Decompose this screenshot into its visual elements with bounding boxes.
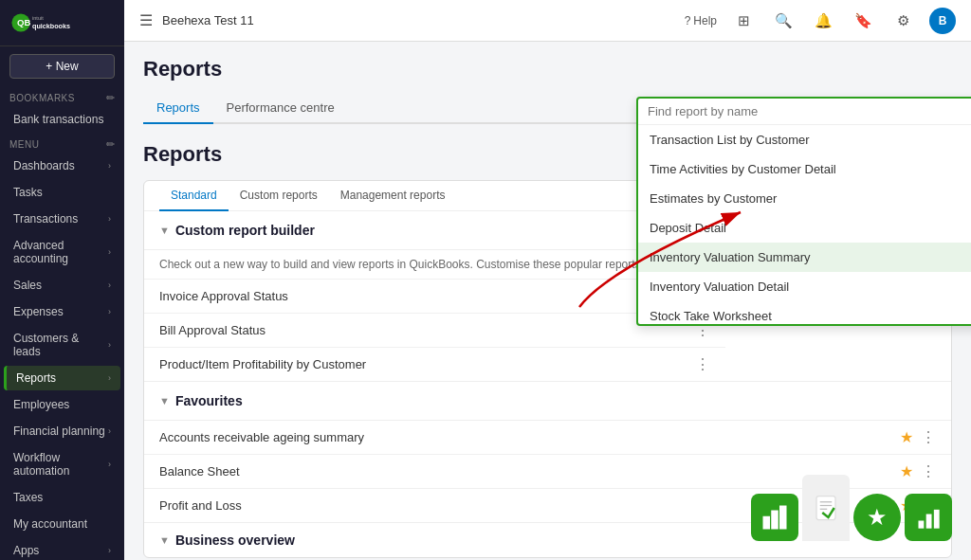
svg-text:QB: QB (17, 17, 30, 27)
notifications-icon[interactable]: 🔔 (810, 8, 836, 34)
favourites-section: ▼ Favourites Accounts receivable ageing … (144, 381, 951, 522)
favourites-header: ▼ Favourites (144, 382, 951, 421)
star-icon[interactable]: ★ (900, 462, 913, 480)
more-options-icon[interactable]: ⋮ (921, 462, 936, 480)
dropdown-list: Transaction List by Customer Time Activi… (638, 125, 971, 324)
report-row-profitability: Product/Item Profitability by Customer ⋮ (144, 348, 725, 381)
quickbooks-logo-icon: QB intuit quickbooks (9, 11, 85, 34)
bookmarks-icon[interactable]: 🔖 (850, 8, 876, 34)
sidebar-item-customers-leads[interactable]: Customers & leads› (4, 326, 120, 364)
more-options-icon[interactable]: ⋮ (921, 428, 936, 446)
content-area: Reports Reports Performance centre Repor… (124, 42, 971, 560)
search-input[interactable] (648, 104, 971, 118)
sidebar-item-transactions[interactable]: Transactions› (4, 207, 120, 231)
help-button[interactable]: ? Help (685, 14, 717, 27)
report-row-ar-ageing: Accounts receivable ageing summary ★ ⋮ (144, 421, 951, 455)
sidebar-item-sales[interactable]: Sales› (4, 273, 120, 298)
search-icon[interactable]: 🔍 (770, 8, 797, 34)
toggle-icon[interactable]: ▼ (159, 225, 170, 236)
hamburger-icon[interactable]: ☰ (139, 11, 153, 29)
sidebar-item-apps[interactable]: Apps› (4, 538, 120, 560)
sidebar-item-advanced-accounting[interactable]: Advanced accounting› (4, 233, 120, 271)
sidebar-item-financial-planning[interactable]: Financial planning› (4, 419, 120, 443)
settings-icon[interactable]: ⚙ (889, 8, 916, 34)
sub-tab-management-reports[interactable]: Management reports (329, 181, 457, 211)
business-overview-header: ▼ Business overview (144, 522, 951, 557)
svg-text:quickbooks: quickbooks (32, 22, 70, 30)
reports-section-title: Reports (143, 142, 222, 167)
tab-reports[interactable]: Reports (143, 93, 213, 124)
search-dropdown: ▾ Transaction List by Customer Time Acti… (636, 97, 971, 326)
toggle-icon[interactable]: ▼ (159, 395, 170, 406)
menu-section: MENU ✏ (0, 133, 124, 153)
page-title: Reports (143, 57, 222, 81)
sidebar-item-bank-transactions[interactable]: Bank transactions (4, 107, 120, 132)
sub-tab-custom-reports[interactable]: Custom reports (229, 181, 329, 211)
topnav: ☰ Beehexa Test 11 ? Help ⊞ 🔍 🔔 🔖 ⚙ B (124, 0, 971, 42)
tab-performance-centre[interactable]: Performance centre (213, 93, 348, 124)
sidebar-item-my-accountant[interactable]: My accountant (4, 512, 120, 536)
dropdown-item-deposit-detail[interactable]: Deposit Detail (638, 213, 971, 243)
report-actions: ★ ⋮ (900, 497, 936, 515)
report-actions: ★ ⋮ (900, 462, 936, 480)
sidebar-item-employees[interactable]: Employees (4, 392, 120, 417)
sidebar-item-reports[interactable]: Reports› (4, 366, 120, 390)
more-options-icon[interactable]: ⋮ (921, 497, 936, 515)
report-row-profit-loss: Profit and Loss ★ ⋮ (144, 489, 951, 522)
dropdown-item-transaction-list[interactable]: Transaction List by Customer (638, 125, 971, 154)
sidebar-item-workflow-automation[interactable]: Workflow automation› (4, 445, 120, 483)
more-options-icon[interactable]: ⋮ (695, 355, 710, 373)
star-icon[interactable]: ★ (900, 497, 913, 515)
sidebar-item-expenses[interactable]: Expenses› (4, 299, 120, 324)
topnav-title: Beehexa Test 11 (162, 13, 254, 27)
apps-grid-icon[interactable]: ⊞ (730, 8, 757, 34)
new-button[interactable]: + New (9, 54, 115, 79)
dropdown-item-time-activities[interactable]: Time Activities by Customer Detail (638, 154, 971, 184)
dropdown-item-stock-take[interactable]: Stock Take Worksheet (638, 301, 971, 324)
toggle-icon[interactable]: ▼ (159, 534, 170, 546)
sidebar-item-taxes[interactable]: Taxes (4, 485, 120, 510)
bookmarks-edit-icon[interactable]: ✏ (106, 92, 116, 104)
page-header: Reports (143, 57, 952, 81)
avatar[interactable]: B (929, 8, 956, 34)
report-actions: ★ ⋮ (900, 428, 936, 446)
menu-edit-icon[interactable]: ✏ (106, 138, 116, 151)
sidebar: QB intuit quickbooks + New BOOKMARKS ✏ B… (0, 0, 124, 560)
dropdown-item-inventory-detail[interactable]: Inventory Valuation Detail (638, 272, 971, 301)
search-input-row: ▾ (638, 99, 971, 125)
topnav-left: ☰ Beehexa Test 11 (139, 11, 254, 29)
dropdown-item-inventory-summary[interactable]: Inventory Valuation Summary (638, 243, 971, 272)
main-area: ☰ Beehexa Test 11 ? Help ⊞ 🔍 🔔 🔖 ⚙ B Rep… (124, 0, 971, 560)
bookmarks-section: BOOKMARKS ✏ (0, 86, 124, 106)
report-row-balance-sheet: Balance Sheet ★ ⋮ (144, 455, 951, 489)
dropdown-item-estimates-by-customer[interactable]: Estimates by Customer (638, 184, 971, 213)
help-icon: ? (685, 14, 691, 27)
sidebar-item-dashboards[interactable]: Dashboards› (4, 154, 120, 178)
svg-text:intuit: intuit (32, 15, 44, 21)
sidebar-item-tasks[interactable]: Tasks (4, 180, 120, 205)
topnav-right: ? Help ⊞ 🔍 🔔 🔖 ⚙ B (685, 8, 956, 34)
sub-tab-standard[interactable]: Standard (159, 181, 229, 211)
sidebar-logo: QB intuit quickbooks (0, 0, 124, 46)
star-icon[interactable]: ★ (900, 428, 913, 446)
